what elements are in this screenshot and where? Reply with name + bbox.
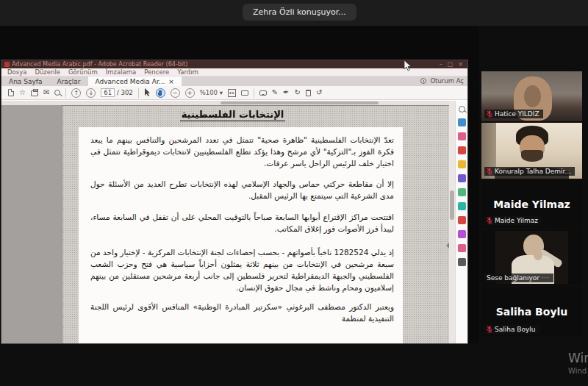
create-pdf-icon[interactable] (458, 146, 466, 154)
rotate-pages-icon[interactable]: ↻ (294, 89, 300, 96)
organize-pages-icon[interactable] (458, 188, 466, 196)
page-total: 302 (121, 89, 132, 96)
participant-face (524, 85, 541, 107)
acrobat-window: Advanced Media Arabic.pdf - Adobe Acroba… (1, 60, 467, 343)
participant-beard (521, 150, 543, 162)
tab-tools[interactable]: Araçlar (49, 76, 87, 86)
tools-side-panel (455, 101, 467, 343)
menu-yardim[interactable]: Yardım (177, 68, 198, 76)
meeting-topbar: Zehra Özli konuşuyor... (0, 0, 588, 26)
star-favorites-icon[interactable]: ☆ (19, 89, 26, 96)
horizontal-scrollbar[interactable] (1, 101, 455, 105)
participant-name-tag: Maide Yilmaz (484, 216, 542, 225)
maximize-button[interactable]: □ (448, 61, 453, 68)
zoom-level-select[interactable]: %100 ▾ (200, 89, 223, 96)
menu-dosya[interactable]: Dosya (7, 68, 26, 76)
horizontal-scrollbar-thumb[interactable] (220, 101, 379, 104)
toolbar-divider (65, 88, 66, 98)
reset-view-icon[interactable]: ↺ (316, 89, 322, 96)
paragraph: ويعتبر الدكتور مصطفى البرغوثي «سكرتير ال… (90, 301, 394, 325)
page-number-input[interactable]: 61 (101, 88, 115, 97)
page-separator: / (117, 89, 119, 96)
acrobat-titlebar[interactable]: Advanced Media Arabic.pdf - Adobe Acroba… (1, 60, 467, 68)
zoom-level-value: %100 (200, 89, 218, 96)
menu-duzenle[interactable]: Düzenle (35, 68, 60, 76)
sign-in-button[interactable]: Oturum Aç (430, 77, 464, 85)
active-speaker-banner: Zehra Özli konuşuyor... (243, 4, 356, 21)
toolbar-divider (138, 88, 139, 98)
compress-pdf-icon[interactable] (458, 202, 466, 210)
acrobat-app-icon (4, 62, 10, 67)
edit-pdf-icon[interactable] (458, 132, 466, 140)
find-icon[interactable] (54, 90, 60, 96)
document-title: الإنتخابات الفلسطينية (62, 109, 403, 120)
windows-watermark-line2: Wind (568, 367, 587, 375)
participants-panel: Hatice YILDIZ Konuralp Talha Demir... Ma… (481, 71, 582, 338)
muted-mic-icon (487, 110, 492, 118)
convert-pdf-icon[interactable] (458, 230, 466, 238)
next-page-button[interactable]: ↓ (86, 88, 96, 98)
collapse-panel-arrow-icon[interactable] (443, 243, 449, 249)
mouse-cursor (404, 60, 412, 71)
combine-files-icon[interactable] (458, 174, 466, 182)
fill-sign-tool-icon[interactable] (458, 244, 466, 252)
zoom-meeting-screen: Zehra Özli konuşuyor... Advanced Media A… (0, 0, 588, 386)
windows-watermark-line1: Win (568, 351, 588, 365)
connecting-dots: ··· (542, 275, 550, 282)
menu-gorunum[interactable]: Görünüm (68, 68, 98, 76)
participant-name-tag: Hatice YILDIZ (484, 110, 543, 118)
email-icon[interactable]: ✉ (43, 89, 49, 96)
page-text-block: تعدّ الإنتخابات الفلسطينية "ظاهرة صحية" … (79, 127, 403, 343)
select-tool-icon[interactable] (144, 88, 151, 97)
tab-document-label: Advanced Media Ar... (96, 78, 165, 85)
tab-close-icon[interactable]: × (168, 78, 174, 85)
print-icon[interactable] (31, 90, 38, 96)
close-button[interactable]: × (458, 61, 463, 68)
more-tools-icon[interactable] (458, 258, 466, 266)
delete-pages-icon[interactable] (306, 90, 311, 96)
menu-pencere[interactable]: Pencere (144, 68, 169, 76)
notification-bell-icon[interactable] (420, 78, 426, 84)
search-tool-icon[interactable] (459, 106, 465, 112)
zoom-out-button[interactable]: − (171, 88, 180, 98)
hand-tool-icon[interactable] (156, 88, 165, 98)
fill-sign-pen-icon[interactable]: ✒ (283, 89, 289, 96)
tab-home[interactable]: Ana Sayfa (1, 76, 49, 86)
comment-bubble-icon[interactable] (259, 90, 267, 96)
participant-name: Konuralp Talha Demir... (495, 168, 571, 175)
participant-tile-sese[interactable]: Sese bağlanıyor ··· (481, 229, 582, 285)
export-pdf-icon[interactable] (458, 118, 466, 126)
participant-video-hatice[interactable]: Hatice YILDIZ (481, 71, 582, 121)
redact-tool-icon[interactable] (458, 216, 466, 224)
zoom-in-button[interactable]: + (185, 88, 195, 98)
muted-mic-icon (487, 326, 492, 333)
main-toolbar: ☆ ✉ ↑ ↓ 61 / 302 − + %100 ▾ (1, 86, 467, 100)
participant-name: Saliha Boylu (495, 326, 536, 333)
muted-mic-icon (487, 217, 492, 224)
paragraph: إذ يدلي 1282524 ناخباً بأصواتهم - بحسب إ… (90, 247, 394, 293)
connecting-status: Sese bağlanıyor (487, 274, 539, 282)
pdf-page: الإنتخابات الفلسطينية تعدّ الإنتخابات ال… (62, 106, 451, 343)
previous-page-button[interactable]: ↑ (71, 88, 81, 98)
tab-document[interactable]: Advanced Media Ar... × (88, 76, 182, 86)
document-view[interactable]: الإنتخابات الفلسطينية تعدّ الإنتخابات ال… (1, 101, 455, 343)
minimize-button[interactable]: – (440, 61, 442, 68)
vertical-scrollbar[interactable] (449, 101, 455, 343)
tab-bar: Ana Sayfa Araçlar Advanced Media Ar... ×… (1, 76, 467, 86)
comment-tool-icon[interactable] (458, 160, 466, 168)
chevron-down-icon: ▾ (220, 89, 223, 96)
reading-mode-icon[interactable] (241, 90, 248, 96)
toolbar-divider (254, 88, 254, 98)
pencil-annotation-icon[interactable]: ✎ (272, 89, 278, 96)
fit-width-icon[interactable]: ↔ (228, 89, 236, 97)
paragraph: إلا أن مقاطعة حركتي حماس والجهاد الإسلام… (90, 179, 394, 202)
participant-hand (534, 250, 542, 260)
vertical-scrollbar-thumb[interactable] (450, 190, 454, 220)
menu-imzalama[interactable]: İmzalama (106, 68, 137, 76)
participant-video-konuralp[interactable]: Konuralp Talha Demir... (481, 123, 582, 179)
participant-name: Maide Yilmaz (495, 217, 538, 224)
participant-tile-maide[interactable]: Maide Yilmaz Maide Yilmaz (481, 180, 582, 228)
save-icon[interactable] (8, 89, 14, 96)
participant-tile-saliha[interactable]: Saliha Boylu Saliha Boylu (481, 287, 582, 337)
paragraph: تعدّ الإنتخابات الفلسطينية "ظاهرة صحية" … (90, 135, 394, 169)
